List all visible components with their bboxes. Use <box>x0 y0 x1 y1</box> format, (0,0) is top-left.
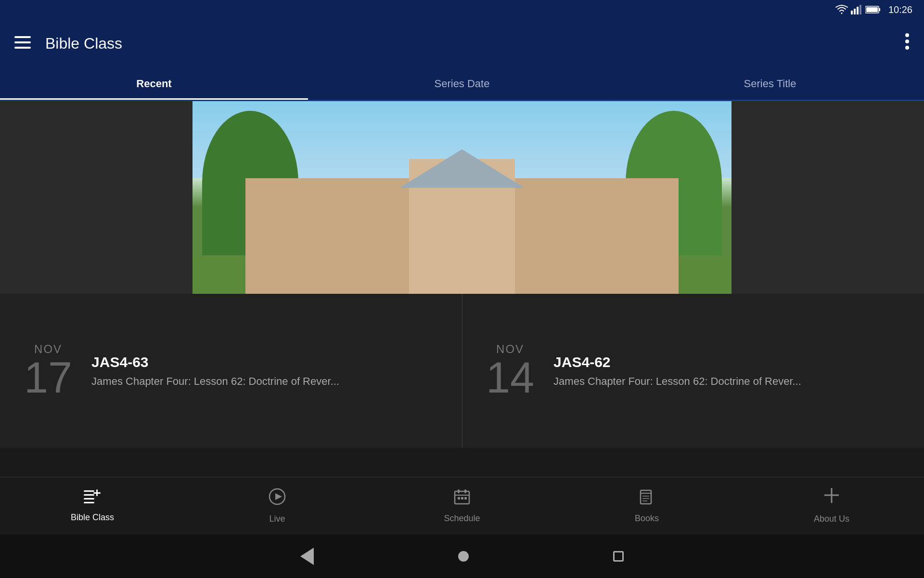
status-bar: 10:26 <box>0 0 924 19</box>
app-bar: Bible Class <box>0 19 924 67</box>
lesson-date-2: NOV 14 <box>486 342 534 399</box>
tab-series-date[interactable]: Series Date <box>308 67 616 100</box>
nav-live[interactable]: Live <box>185 488 370 524</box>
svg-rect-1 <box>854 9 856 14</box>
recents-button[interactable] <box>613 551 624 562</box>
system-nav-bar <box>0 535 924 578</box>
hamburger-icon[interactable] <box>14 36 31 51</box>
content-divider <box>462 294 462 448</box>
svg-rect-27 <box>464 497 467 499</box>
about-us-icon <box>824 488 839 509</box>
svg-point-11 <box>905 39 909 43</box>
back-button[interactable] <box>300 548 314 565</box>
battery-icon <box>865 5 881 14</box>
svg-rect-26 <box>461 497 463 499</box>
status-icons <box>835 5 881 14</box>
svg-rect-22 <box>458 489 460 493</box>
svg-point-12 <box>905 46 909 50</box>
lesson-date-1: NOV 17 <box>24 342 72 399</box>
nav-about-us[interactable]: About Us <box>739 488 924 524</box>
nav-bible-class[interactable]: Bible Class <box>0 489 185 523</box>
svg-rect-2 <box>857 7 859 14</box>
signal-icon <box>851 5 862 14</box>
svg-rect-15 <box>84 498 94 499</box>
books-icon <box>639 488 655 509</box>
svg-rect-13 <box>84 490 94 492</box>
svg-rect-9 <box>14 47 31 49</box>
lesson-info-1: JAS4-63 James Chapter Four: Lesson 62: D… <box>91 354 438 388</box>
svg-rect-18 <box>93 492 101 494</box>
schedule-icon <box>454 488 470 509</box>
tab-recent[interactable]: Recent <box>0 67 308 100</box>
home-button[interactable] <box>458 551 469 562</box>
svg-rect-14 <box>84 494 94 496</box>
svg-rect-3 <box>860 5 861 14</box>
live-icon <box>269 488 286 509</box>
tab-series-title[interactable]: Series Title <box>616 67 924 100</box>
lesson-card-1[interactable]: NOV 17 JAS4-63 James Chapter Four: Lesso… <box>0 294 462 448</box>
svg-rect-16 <box>84 502 94 503</box>
svg-point-10 <box>905 33 909 37</box>
svg-rect-0 <box>851 11 853 14</box>
church-image-area <box>0 101 924 294</box>
lesson-card-2[interactable]: NOV 14 JAS4-62 James Chapter Four: Lesso… <box>462 294 924 448</box>
building-roof <box>399 149 525 188</box>
status-time: 10:26 <box>888 4 912 15</box>
svg-rect-5 <box>879 8 880 11</box>
nav-books[interactable]: Books <box>554 488 739 524</box>
svg-rect-8 <box>14 41 31 43</box>
wifi-icon <box>835 5 848 14</box>
svg-rect-28 <box>641 490 651 504</box>
svg-rect-7 <box>14 36 31 38</box>
more-options-icon[interactable] <box>905 33 910 54</box>
bible-class-icon <box>84 489 101 508</box>
svg-rect-6 <box>866 7 878 12</box>
nav-schedule[interactable]: Schedule <box>370 488 554 524</box>
tab-bar: Recent Series Date Series Title <box>0 67 924 101</box>
bottom-nav: Bible Class Live Schedule <box>0 477 924 535</box>
svg-rect-23 <box>464 489 466 493</box>
lesson-info-2: JAS4-62 James Chapter Four: Lesson 62: D… <box>553 354 900 388</box>
svg-rect-25 <box>458 497 460 499</box>
app-title: Bible Class <box>45 35 905 53</box>
svg-marker-20 <box>275 493 282 500</box>
lesson-cards: NOV 17 JAS4-63 James Chapter Four: Lesso… <box>0 294 924 448</box>
